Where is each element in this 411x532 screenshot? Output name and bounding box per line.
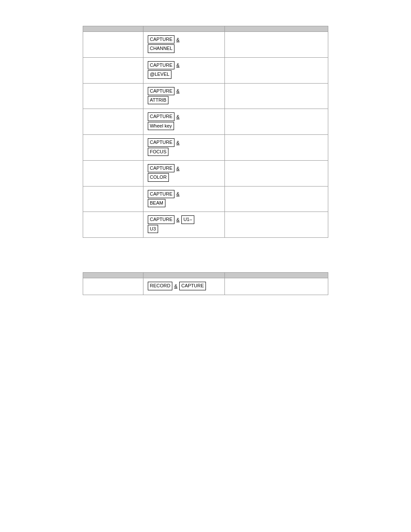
- and-operator: &: [175, 140, 180, 145]
- row7-col1: [83, 186, 143, 212]
- and-operator: &: [175, 166, 180, 171]
- table2-header-col2: [143, 273, 225, 278]
- table-row: CAPTURE & ATTRIB: [83, 83, 328, 109]
- attrib-key: ATTRIB: [148, 96, 168, 104]
- row2-col2: CAPTURE & @LEVEL: [143, 57, 225, 83]
- row7-col3: [225, 186, 328, 212]
- spacer: [26, 246, 385, 264]
- and-operator: &: [175, 37, 180, 42]
- row6-col2: CAPTURE & COLOR: [143, 160, 225, 186]
- capture-key: CAPTURE: [148, 138, 175, 146]
- record-key: RECORD: [148, 282, 173, 290]
- row2-col1: [83, 57, 143, 83]
- capture-key: CAPTURE: [148, 61, 175, 69]
- row4-col3: [225, 109, 328, 135]
- table2-container: RECORD & CAPTURE: [83, 272, 328, 295]
- row4-col2: CAPTURE & Wheel key: [143, 109, 225, 135]
- and-operator: &: [175, 217, 180, 222]
- u1-key: U1–: [181, 215, 194, 224]
- capture-key: CAPTURE: [148, 164, 175, 172]
- row2-col3: [225, 57, 328, 83]
- t2-row1-col2: RECORD & CAPTURE: [143, 278, 225, 295]
- table1-header-col1: [83, 26, 143, 32]
- table-row: CAPTURE & BEAM: [83, 186, 328, 212]
- table-row: CAPTURE & COLOR: [83, 160, 328, 186]
- and-operator: &: [173, 283, 178, 289]
- table-row: CAPTURE & FOCUS: [83, 135, 328, 161]
- row7-col2: CAPTURE & BEAM: [143, 186, 225, 212]
- table1-container: CAPTURE & CHANNEL CAPTURE: [83, 26, 328, 238]
- row1-col1: [83, 32, 143, 58]
- table-row: CAPTURE & @LEVEL: [83, 57, 328, 83]
- row3-col3: [225, 83, 328, 109]
- t2-row1-col1: [83, 278, 143, 295]
- table1-header-col3: [225, 26, 328, 32]
- row1-col3: [225, 32, 328, 58]
- u3-key: U3: [148, 225, 158, 233]
- table2: RECORD & CAPTURE: [83, 272, 328, 295]
- capture-key: CAPTURE: [148, 112, 175, 121]
- row5-col2: CAPTURE & FOCUS: [143, 135, 225, 161]
- row5-col1: [83, 135, 143, 161]
- row8-col2: CAPTURE & U1– U3: [143, 212, 225, 238]
- page-content: CAPTURE & CHANNEL CAPTURE: [0, 0, 411, 321]
- channel-key: CHANNEL: [148, 44, 175, 53]
- and-operator: &: [175, 191, 180, 196]
- and-operator: &: [175, 62, 180, 68]
- beam-key: BEAM: [148, 199, 165, 207]
- focus-key: FOCUS: [148, 148, 169, 156]
- row3-col1: [83, 83, 143, 109]
- and-operator: &: [175, 114, 180, 119]
- table-row: CAPTURE & CHANNEL: [83, 32, 328, 58]
- table1: CAPTURE & CHANNEL CAPTURE: [83, 26, 328, 238]
- row4-col1: [83, 109, 143, 135]
- row1-col2: CAPTURE & CHANNEL: [143, 32, 225, 58]
- capture-key: CAPTURE: [148, 215, 175, 224]
- capture-key: CAPTURE: [179, 282, 206, 290]
- and-operator: &: [175, 88, 180, 93]
- row5-col3: [225, 135, 328, 161]
- color-key: COLOR: [148, 173, 169, 181]
- wheelkey-key: Wheel key: [148, 122, 174, 130]
- row6-col3: [225, 160, 328, 186]
- table-row: CAPTURE & Wheel key: [83, 109, 328, 135]
- atlevel-key: @LEVEL: [148, 70, 171, 78]
- table2-header-col1: [83, 273, 143, 278]
- capture-key: CAPTURE: [148, 35, 175, 44]
- row8-col1: [83, 212, 143, 238]
- table-row: CAPTURE & U1– U3: [83, 212, 328, 238]
- t2-row1-col3: [225, 278, 328, 295]
- row6-col1: [83, 160, 143, 186]
- capture-key: CAPTURE: [148, 190, 175, 198]
- table-row: RECORD & CAPTURE: [83, 278, 328, 295]
- table1-header-col2: [143, 26, 225, 32]
- row3-col2: CAPTURE & ATTRIB: [143, 83, 225, 109]
- table2-header-col3: [225, 273, 328, 278]
- row8-col3: [225, 212, 328, 238]
- capture-key: CAPTURE: [148, 87, 175, 95]
